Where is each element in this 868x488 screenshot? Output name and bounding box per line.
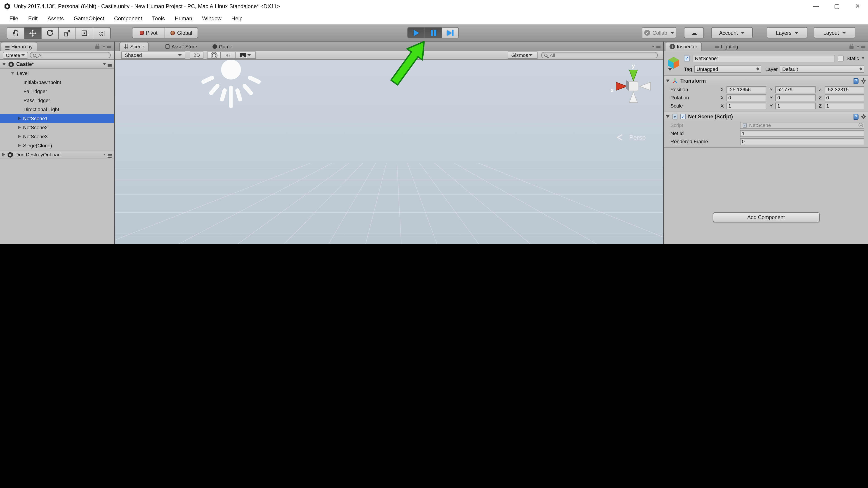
transform-tool-button[interactable] — [93, 28, 110, 39]
account-dropdown[interactable]: Account — [711, 27, 753, 38]
play-button[interactable] — [407, 27, 425, 38]
collab-button[interactable]: ✓ Collab — [642, 27, 676, 38]
foldout-down-icon[interactable] — [2, 63, 6, 66]
hierarchy-item-passtrigger[interactable]: PassTrigger — [0, 96, 114, 105]
lock-icon[interactable] — [849, 46, 854, 49]
static-dropdown-icon[interactable] — [862, 57, 864, 59]
layers-dropdown[interactable]: Layers — [767, 27, 807, 38]
menu-gameobject[interactable]: GameObject — [69, 12, 109, 24]
pause-button[interactable] — [425, 27, 442, 38]
hierarchy-item-netscene1[interactable]: NetScene1 — [0, 114, 114, 123]
hierarchy-search[interactable] — [30, 52, 111, 58]
rotate-tool-button[interactable] — [41, 28, 59, 39]
panel-menu-icon[interactable] — [857, 45, 865, 47]
foldout-down-icon[interactable] — [11, 72, 14, 74]
scene-menu-icon[interactable] — [103, 154, 114, 156]
rendered-frame-field[interactable] — [740, 138, 864, 145]
menu-tools[interactable]: Tools — [147, 12, 170, 24]
foldout-right-icon[interactable] — [18, 126, 21, 129]
layout-dropdown[interactable]: Layout — [814, 27, 855, 38]
rotation-z-field[interactable] — [825, 94, 864, 101]
hierarchy-search-input[interactable] — [37, 52, 107, 58]
hierarchy-item-siege-clone[interactable]: Siege(Clone) — [0, 141, 114, 150]
scale-y-field[interactable] — [776, 102, 815, 109]
menu-file[interactable]: File — [4, 12, 23, 24]
rotation-x-field[interactable] — [726, 94, 767, 101]
script-object-field[interactable]: NetScene — [740, 122, 864, 129]
panel-menu-icon[interactable] — [103, 45, 111, 47]
cloud-button[interactable]: ☁ — [684, 27, 704, 38]
position-y-field[interactable] — [776, 86, 815, 93]
gear-icon[interactable] — [861, 78, 866, 84]
gizmo-persp-label[interactable]: Persp — [629, 134, 646, 141]
tag-dropdown[interactable]: Untagged — [694, 65, 761, 72]
hierarchy-item-directional-light[interactable]: Directional Light — [0, 105, 114, 114]
position-z-field[interactable] — [825, 86, 864, 93]
gizmo-x-label[interactable]: x — [611, 87, 614, 94]
lock-icon[interactable] — [95, 46, 99, 49]
foldout-down-icon[interactable] — [666, 115, 670, 118]
static-checkbox[interactable]: ✓ — [838, 55, 844, 61]
foldout-right-icon[interactable] — [18, 135, 21, 138]
active-checkbox[interactable]: ✓ — [684, 55, 690, 61]
add-component-button[interactable]: Add Component — [713, 213, 819, 222]
gizmos-dropdown[interactable]: Gizmos — [508, 52, 537, 59]
netscene-header[interactable]: ✓ Net Scene (Script) — [664, 111, 868, 121]
menu-human[interactable]: Human — [170, 12, 197, 24]
minimize-button[interactable]: — — [806, 0, 827, 12]
object-name-field[interactable] — [692, 55, 835, 62]
scene-search[interactable] — [541, 52, 658, 58]
tab-scene[interactable]: Scene — [119, 42, 149, 51]
hand-tool-button[interactable] — [7, 28, 24, 39]
menu-window[interactable]: Window — [197, 12, 226, 24]
step-button[interactable] — [442, 27, 459, 38]
tab-lighting[interactable]: Lighting — [711, 42, 742, 51]
tab-game[interactable]: Game — [209, 42, 237, 51]
rect-tool-button[interactable] — [76, 28, 93, 39]
help-icon[interactable] — [854, 78, 859, 84]
foldout-right-icon[interactable] — [2, 153, 5, 156]
scene-header-castle[interactable]: Castle* — [0, 60, 114, 69]
scale-tool-button[interactable] — [59, 28, 76, 39]
global-toggle-button[interactable]: Global — [164, 27, 198, 38]
scene-menu-icon[interactable] — [103, 63, 114, 65]
hierarchy-item-netscene3[interactable]: NetScene3 — [0, 132, 114, 141]
component-enabled-checkbox[interactable]: ✓ — [680, 114, 686, 119]
transform-header[interactable]: Transform — [664, 76, 868, 86]
foldout-right-icon[interactable] — [18, 117, 21, 120]
menu-assets[interactable]: Assets — [42, 12, 69, 24]
hierarchy-item-initialspawnpoint[interactable]: InitialSpawnpoint — [0, 78, 114, 87]
scale-z-field[interactable] — [825, 102, 864, 109]
menu-edit[interactable]: Edit — [23, 12, 42, 24]
object-picker-icon[interactable] — [859, 123, 863, 127]
scene-header-dontdestroyonload[interactable]: DontDestroyOnLoad — [0, 150, 114, 159]
gear-icon[interactable] — [861, 114, 866, 119]
menu-component[interactable]: Component — [109, 12, 147, 24]
foldout-right-icon[interactable] — [18, 144, 21, 147]
foldout-down-icon[interactable] — [666, 79, 670, 82]
scene-search-input[interactable] — [549, 52, 655, 58]
2d-toggle-button[interactable]: 2D — [190, 52, 204, 59]
tab-inspector[interactable]: Inspector — [665, 42, 702, 51]
help-icon[interactable] — [854, 113, 859, 120]
hierarchy-item-level[interactable]: Level — [0, 69, 114, 78]
scene-audio-toggle[interactable] — [221, 52, 235, 59]
scene-viewport[interactable]: y x Persp — [115, 60, 663, 244]
hierarchy-item-falltrigger[interactable]: FallTrigger — [0, 87, 114, 96]
create-button[interactable]: Create — [3, 52, 28, 59]
tab-hierarchy[interactable]: Hierarchy — [1, 42, 37, 51]
scale-x-field[interactable] — [726, 102, 767, 109]
maximize-button[interactable]: ▢ — [827, 0, 847, 12]
pivot-toggle-button[interactable]: Pivot — [132, 27, 164, 38]
scene-lighting-toggle[interactable] — [207, 52, 221, 59]
menu-help[interactable]: Help — [226, 12, 248, 24]
position-x-field[interactable] — [726, 86, 767, 93]
hierarchy-item-netscene2[interactable]: NetScene2 — [0, 123, 114, 132]
tab-asset-store[interactable]: Asset Store — [161, 42, 201, 51]
shading-mode-dropdown[interactable]: Shaded — [121, 52, 185, 59]
rotation-y-field[interactable] — [776, 94, 815, 101]
close-button[interactable]: ✕ — [847, 0, 868, 12]
scene-effects-dropdown[interactable] — [235, 52, 256, 59]
gizmo-y-label[interactable]: y — [632, 62, 635, 69]
layer-dropdown[interactable]: Default — [780, 65, 864, 72]
